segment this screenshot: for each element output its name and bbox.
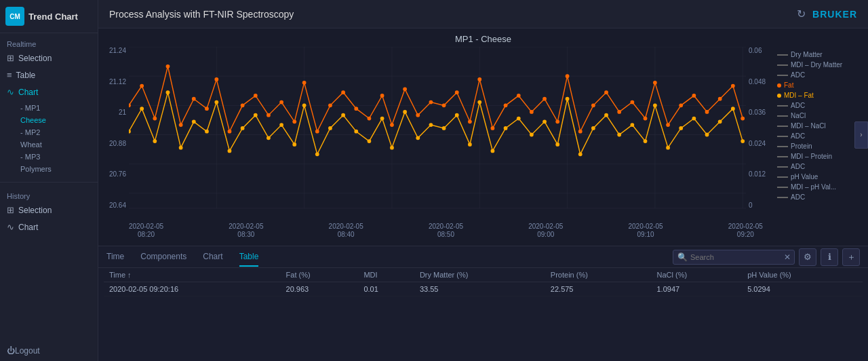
tab-chart[interactable]: Chart bbox=[203, 248, 222, 267]
svg-point-47 bbox=[542, 97, 547, 101]
legend-adc-3: ADC bbox=[777, 131, 864, 141]
col-time[interactable]: Time ↑ bbox=[104, 268, 281, 282]
col-fat[interactable]: Fat (%) bbox=[281, 268, 359, 282]
svg-point-81 bbox=[341, 113, 345, 117]
search-box: 🔍 ✕ bbox=[673, 250, 795, 265]
x-label-4: 2020-02-0508:50 bbox=[429, 223, 463, 239]
refresh-icon[interactable]: ↻ bbox=[797, 7, 806, 20]
legend-mdi-fat: MDI – Fat bbox=[777, 90, 864, 100]
sidebar-mp2[interactable]: - MP2 bbox=[14, 126, 98, 138]
svg-point-51 bbox=[591, 103, 595, 107]
svg-point-86 bbox=[403, 110, 407, 114]
sidebar-polymers[interactable]: Polymers bbox=[14, 163, 98, 175]
legend-ph: pH Value bbox=[777, 172, 864, 182]
legend-adc-4: ADC bbox=[777, 162, 864, 172]
filter-button[interactable]: ⚙ bbox=[799, 248, 816, 266]
col-ph[interactable]: pH Value (%) bbox=[742, 268, 863, 282]
svg-point-80 bbox=[328, 126, 332, 130]
svg-point-46 bbox=[530, 110, 534, 114]
chart-svg bbox=[129, 47, 746, 223]
svg-point-67 bbox=[166, 90, 170, 94]
svg-point-68 bbox=[179, 146, 183, 150]
history-label: History bbox=[0, 188, 98, 202]
legend-mdi-ph-line bbox=[777, 187, 788, 188]
legend-dry-matter-line bbox=[777, 54, 788, 56]
legend-fat-dot bbox=[777, 83, 781, 88]
svg-point-24 bbox=[254, 94, 258, 98]
svg-point-85 bbox=[390, 146, 394, 150]
svg-point-27 bbox=[292, 119, 296, 124]
tab-time[interactable]: Time bbox=[106, 248, 124, 267]
legend-dry-matter: Dry Matter bbox=[777, 50, 864, 60]
col-protein[interactable]: Protein (%) bbox=[545, 268, 652, 282]
logout-button[interactable]: ⏻ Logout bbox=[0, 341, 98, 361]
svg-point-22 bbox=[228, 130, 232, 134]
topbar-icons: ↻ BRUKER bbox=[797, 7, 857, 20]
chart-container: MP1 - Cheese 21.24 21.12 21 20.88 20.76 … bbox=[98, 28, 868, 246]
svg-point-109 bbox=[692, 117, 696, 121]
sidebar-history-selection[interactable]: ⊞ Selection bbox=[0, 202, 98, 218]
sidebar-item-table[interactable]: ≡ Table bbox=[0, 66, 98, 83]
legend-mdi-protein-line bbox=[777, 156, 788, 157]
x-label-7: 2020-02-0509:20 bbox=[728, 223, 763, 239]
svg-point-107 bbox=[666, 146, 670, 150]
sidebar-mp1[interactable]: - MP1 bbox=[14, 102, 98, 114]
svg-point-79 bbox=[315, 152, 319, 156]
svg-point-48 bbox=[555, 119, 559, 124]
search-clear-icon[interactable]: ✕ bbox=[784, 252, 791, 262]
sidebar-item-chart[interactable]: ∿ Chart bbox=[0, 83, 98, 100]
svg-point-57 bbox=[666, 123, 670, 127]
sidebar-header: CM Trend Chart bbox=[0, 0, 98, 33]
search-input[interactable] bbox=[690, 253, 784, 261]
sidebar-item-selection[interactable]: ⊞ Selection bbox=[0, 50, 98, 66]
col-mdi[interactable]: MDI bbox=[358, 268, 414, 282]
svg-point-72 bbox=[228, 149, 232, 153]
tab-table[interactable]: Table bbox=[239, 248, 259, 267]
legend-expand-button[interactable]: › bbox=[854, 121, 868, 149]
sidebar-cheese[interactable]: Cheese bbox=[14, 114, 98, 126]
add-button[interactable]: ＋ bbox=[842, 248, 860, 266]
history-selection-icon: ⊞ bbox=[7, 205, 14, 215]
svg-point-52 bbox=[604, 90, 608, 94]
logout-icon: ⏻ bbox=[7, 346, 15, 356]
sidebar-wheat[interactable]: Wheat bbox=[14, 138, 98, 151]
svg-point-75 bbox=[267, 136, 271, 140]
legend-protein-line bbox=[777, 146, 788, 147]
x-label-6: 2020-02-0509:10 bbox=[628, 223, 663, 239]
legend-mdi-nacl: MDI – NaCl bbox=[777, 121, 864, 131]
add-icon: ＋ bbox=[847, 251, 856, 263]
svg-point-74 bbox=[254, 113, 258, 117]
col-nacl[interactable]: NaCl (%) bbox=[651, 268, 742, 282]
tab-components[interactable]: Components bbox=[140, 248, 186, 267]
data-table: Time ↑ Fat (%) MDI Dry Matter (%) Protei… bbox=[98, 268, 868, 361]
svg-point-60 bbox=[705, 110, 709, 114]
cell-protein: 22.575 bbox=[545, 282, 652, 297]
svg-point-35 bbox=[390, 123, 394, 127]
sidebar-mp3[interactable]: - MP3 bbox=[14, 151, 98, 163]
sidebar-history-chart[interactable]: ∿ Chart bbox=[0, 218, 98, 235]
legend-adc-4-line bbox=[777, 166, 788, 168]
svg-point-92 bbox=[477, 100, 481, 104]
legend-mdi-nacl-line bbox=[777, 126, 788, 127]
svg-point-45 bbox=[517, 94, 521, 98]
svg-point-94 bbox=[504, 126, 508, 130]
svg-point-104 bbox=[630, 123, 634, 127]
svg-point-76 bbox=[279, 123, 283, 127]
col-dry-matter[interactable]: Dry Matter (%) bbox=[414, 268, 545, 282]
history-chart-icon: ∿ bbox=[7, 222, 14, 232]
search-icon: 🔍 bbox=[677, 252, 688, 262]
svg-point-102 bbox=[604, 113, 608, 117]
svg-point-71 bbox=[214, 100, 218, 104]
legend-nacl: NaCl bbox=[777, 111, 864, 121]
y-axis-right: 0.06 0.048 0.036 0.024 0.012 0 bbox=[746, 47, 773, 223]
svg-point-61 bbox=[718, 97, 722, 101]
svg-point-110 bbox=[705, 133, 709, 137]
realtime-section: Realtime ⊞ Selection ≡ Table ∿ Chart - M… bbox=[0, 33, 98, 179]
svg-point-28 bbox=[302, 81, 307, 85]
svg-point-49 bbox=[566, 74, 570, 78]
legend-adc-2: ADC bbox=[777, 100, 864, 111]
bruker-logo: BRUKER bbox=[812, 9, 857, 20]
info-button[interactable]: ℹ bbox=[821, 248, 838, 266]
svg-point-63 bbox=[741, 117, 745, 121]
svg-point-20 bbox=[205, 107, 209, 111]
